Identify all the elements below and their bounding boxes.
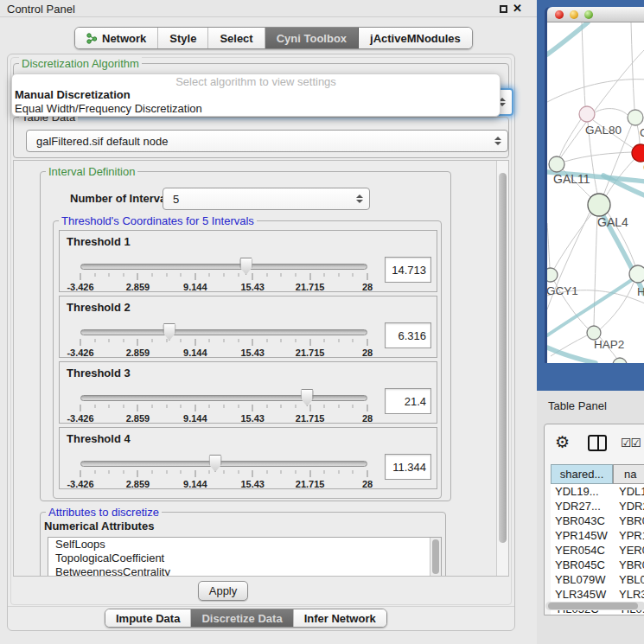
- tab-network[interactable]: Network: [75, 28, 158, 48]
- tab-infer-network[interactable]: Infer Network: [294, 609, 386, 627]
- threshold-slider[interactable]: -3.4262.8599.14415.4321.71528: [80, 459, 367, 488]
- table-header-row: shared... na: [551, 464, 644, 484]
- tab-label: Network: [102, 32, 146, 45]
- tick-mark: [252, 273, 253, 280]
- slider-handle[interactable]: [301, 389, 314, 406]
- network-node[interactable]: [613, 358, 627, 363]
- tick-mark: [309, 339, 310, 346]
- tick-mark: [80, 273, 81, 280]
- num-intervals-combobox[interactable]: 5: [163, 188, 370, 210]
- attribute-item[interactable]: BetweennessCentrality: [48, 565, 441, 577]
- cell-shared-name: YDL19...: [551, 484, 613, 499]
- network-node-gal4[interactable]: [588, 194, 610, 216]
- slider-handle[interactable]: [209, 455, 222, 472]
- tick-mark: [209, 339, 210, 342]
- group-title: Discretization Algorithm: [19, 57, 142, 70]
- tick-label: 2.859: [126, 479, 150, 489]
- algorithm-dropdown-popup: Select algorithm to view settings Manual…: [11, 73, 501, 117]
- threshold-value-field[interactable]: 14.713: [385, 257, 431, 283]
- tab-label: Impute Data: [116, 612, 180, 625]
- slider-ticks: [80, 470, 367, 478]
- columns-icon[interactable]: [588, 435, 607, 451]
- slider-handle[interactable]: [239, 258, 252, 275]
- attributes-list-scrollbar[interactable]: [430, 538, 441, 576]
- threshold-value-field[interactable]: 6.316: [385, 322, 431, 348]
- scrollbar-thumb[interactable]: [432, 539, 439, 574]
- tick-mark: [137, 405, 138, 411]
- tick-mark: [353, 273, 354, 277]
- threshold-value-field[interactable]: 11.344: [385, 454, 431, 480]
- table-row[interactable]: YDR27...YDR2...: [551, 499, 644, 513]
- tab-style[interactable]: Style: [158, 28, 208, 48]
- minimize-traffic-light-icon[interactable]: [570, 10, 578, 19]
- close-traffic-light-icon[interactable]: [555, 10, 564, 19]
- scrollbar-thumb[interactable]: [548, 603, 638, 609]
- column-header-shared[interactable]: shared...: [551, 464, 613, 484]
- float-window-icon[interactable]: [500, 5, 507, 13]
- attribute-item[interactable]: SelfLoops: [48, 538, 441, 552]
- network-node-gal11[interactable]: [549, 156, 564, 172]
- network-canvas[interactable]: GAL80GACGAL11GAL4GCY1HHAP2: [547, 22, 644, 363]
- tick-mark: [109, 405, 110, 408]
- dropdown-option[interactable]: Equal Width/Frequency Discretization: [12, 102, 500, 116]
- tab-cyni-toolbox[interactable]: Cyni Toolbox: [265, 28, 359, 48]
- node-label: H: [637, 285, 644, 298]
- tab-label: Discretize Data: [201, 612, 282, 625]
- checkbox-icons[interactable]: ☑☑: [621, 436, 641, 450]
- network-node-gcy1[interactable]: [547, 268, 558, 282]
- network-edge: [554, 214, 591, 269]
- attributes-group: Attributes to discretize Numerical Attri…: [40, 512, 446, 577]
- cell-name: YPR1...: [613, 528, 644, 543]
- slider-handle[interactable]: [163, 323, 175, 341]
- tab-select[interactable]: Select: [208, 28, 265, 48]
- node-label: GAL4: [597, 215, 628, 229]
- apply-button[interactable]: Apply: [198, 581, 248, 601]
- tick-label: 9.144: [183, 479, 207, 489]
- network-edge: [560, 48, 644, 158]
- settings-vertical-scrollbar[interactable]: [496, 161, 508, 576]
- dropdown-option[interactable]: Manual Discretization: [12, 88, 500, 102]
- numerical-attributes-list[interactable]: SelfLoopsTopologicalCoefficientBetweenne…: [48, 537, 442, 577]
- network-node-h[interactable]: [629, 265, 644, 283]
- network-node-ga[interactable]: [628, 110, 643, 125]
- tick-mark: [152, 470, 153, 474]
- table-row[interactable]: YPR145WYPR1...: [551, 528, 644, 543]
- threshold-value-field[interactable]: 21.4: [385, 388, 431, 414]
- network-node-c[interactable]: [632, 144, 644, 162]
- table-row[interactable]: YLR345WYLR3...: [551, 587, 644, 602]
- threshold-slider[interactable]: -3.4262.8599.14415.4321.71528: [80, 393, 367, 423]
- slider-track[interactable]: [80, 329, 367, 335]
- threshold-slider[interactable]: -3.4262.8599.14415.4321.71528: [80, 262, 367, 291]
- data-table: shared... na YDL19...YDL1...YDR27...YDR2…: [551, 464, 644, 615]
- table-horizontal-scrollbar[interactable]: [545, 602, 644, 610]
- slider-track[interactable]: [80, 461, 367, 467]
- threshold-slider[interactable]: -3.4262.8599.14415.4321.71528: [80, 328, 367, 357]
- panel-title: Control Panel: [7, 3, 75, 16]
- gear-icon[interactable]: ⚙: [555, 432, 570, 452]
- tick-mark: [137, 273, 138, 280]
- close-icon[interactable]: ✕: [513, 2, 522, 15]
- table-data-combobox[interactable]: galFiltered.sif default node: [26, 130, 508, 152]
- network-edge: [594, 216, 597, 326]
- zoom-traffic-light-icon[interactable]: [584, 10, 593, 19]
- table-row[interactable]: YBL079WYBL0...: [551, 572, 644, 587]
- scrollbar-thumb[interactable]: [499, 173, 507, 543]
- slider-track[interactable]: [80, 395, 367, 401]
- tick-mark: [296, 470, 296, 474]
- tick-mark: [266, 405, 267, 408]
- table-row[interactable]: YBR043CYBR0...: [551, 513, 644, 528]
- tab-label: Infer Network: [304, 612, 376, 625]
- network-node-gal80[interactable]: [579, 106, 595, 122]
- table-row[interactable]: YDL19...YDL1...: [551, 484, 644, 499]
- tab-impute-data[interactable]: Impute Data: [105, 609, 191, 627]
- table-row[interactable]: YER054CYER0...: [551, 543, 644, 558]
- tab-jactivemnodules[interactable]: jActiveMNodules: [359, 28, 472, 48]
- slider-track[interactable]: [80, 264, 367, 270]
- attribute-item[interactable]: TopologicalCoefficient: [48, 552, 441, 565]
- table-row[interactable]: YBR045CYBR0...: [551, 558, 644, 572]
- column-header-name[interactable]: na: [613, 464, 644, 484]
- tab-discretize-data[interactable]: Discretize Data: [191, 609, 293, 627]
- tick-mark: [224, 405, 225, 408]
- cell-shared-name: YPR145W: [551, 528, 613, 543]
- tick-mark: [109, 273, 110, 277]
